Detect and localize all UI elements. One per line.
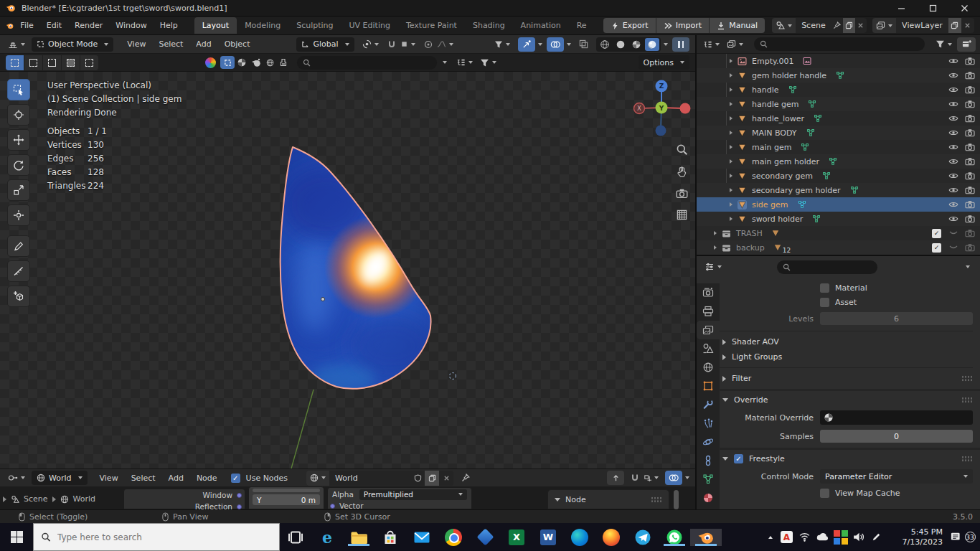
y-value-field[interactable]: Y0 m xyxy=(253,494,320,505)
shader-type-dropdown[interactable]: World xyxy=(32,471,88,485)
view-map-cache-checkbox[interactable] xyxy=(820,489,829,498)
outliner-item-sword-holder[interactable]: sword holder xyxy=(697,212,980,226)
node-texture-coordinate[interactable]: Window Reflection xyxy=(123,489,245,509)
orientation-dropdown[interactable]: Global xyxy=(296,37,354,52)
shading-wireframe-icon[interactable] xyxy=(598,38,612,51)
shader-menu-add[interactable]: Add xyxy=(162,471,190,486)
taskbar-search[interactable] xyxy=(33,523,280,551)
outliner-item-main-gem-holder[interactable]: main gem holder xyxy=(697,154,980,169)
workspace-tab-sculpting[interactable]: Sculpting xyxy=(288,17,341,34)
filter-funnel-icon[interactable] xyxy=(478,58,499,67)
shader-menu-view[interactable]: View xyxy=(93,471,125,486)
tray-pen-icon[interactable] xyxy=(867,523,885,551)
viewport-menu-select[interactable]: Select xyxy=(152,37,189,52)
tool-cursor[interactable] xyxy=(7,104,30,126)
unlink-datablock-icon[interactable] xyxy=(439,471,453,486)
pause-render-button[interactable] xyxy=(672,37,689,52)
socket-reflection[interactable] xyxy=(237,504,242,509)
outliner-collection-backup[interactable]: backup 12 ✓ xyxy=(697,240,980,255)
blender-menu-icon[interactable] xyxy=(6,20,14,32)
outliner-item-secondary-gem[interactable]: secondary gem xyxy=(697,169,980,183)
properties-tab-output[interactable] xyxy=(697,302,720,321)
overlays-toggle[interactable] xyxy=(547,37,564,52)
socket-vector[interactable] xyxy=(330,504,335,509)
expand-icon[interactable] xyxy=(730,88,732,92)
select-mode-set[interactable] xyxy=(6,55,24,70)
expand-icon[interactable] xyxy=(730,188,732,192)
camera-view-icon[interactable] xyxy=(673,184,690,202)
screen-area-icon[interactable] xyxy=(220,56,235,69)
outliner-item-handle-lower[interactable]: handle_lower xyxy=(697,111,980,126)
taskbar-app-chrome[interactable] xyxy=(438,529,469,546)
gizmo-x-positive[interactable] xyxy=(680,103,691,114)
snap-target-icon[interactable] xyxy=(398,40,418,48)
taskbar-app-mail[interactable] xyxy=(406,529,438,546)
topbar-menu-render[interactable]: Render xyxy=(68,18,109,33)
workspace-tab-texture-paint[interactable]: Texture Paint xyxy=(398,17,465,34)
shader-menu-node[interactable]: Node xyxy=(190,471,224,486)
new-view-layer-icon[interactable] xyxy=(948,18,961,33)
copy-datablock-icon[interactable] xyxy=(425,471,439,486)
world-datablock-selector[interactable]: World xyxy=(306,471,453,486)
snap-magnet-icon[interactable] xyxy=(628,474,641,482)
taskbar-app-word[interactable]: W xyxy=(532,529,564,545)
pin-icon[interactable] xyxy=(831,18,843,33)
new-collection-button[interactable] xyxy=(957,37,976,52)
use-nodes-checkbox[interactable]: ✓ xyxy=(231,474,240,483)
tray-wifi-icon[interactable] xyxy=(796,523,814,551)
viewport-menu-object[interactable]: Object xyxy=(218,37,257,52)
view-layer-selector[interactable]: ViewLayer xyxy=(872,18,974,33)
tray-office-icon[interactable] xyxy=(831,523,849,551)
properties-tab-render[interactable] xyxy=(697,283,720,302)
workspace-tab-layout[interactable]: Layout xyxy=(194,17,237,34)
notification-center[interactable]: 33 xyxy=(946,523,980,551)
tray-acrobat-icon[interactable]: A xyxy=(778,523,796,551)
expand-icon[interactable] xyxy=(730,73,732,77)
taskbar-app-edge-legacy[interactable]: e xyxy=(311,528,343,547)
override-panel[interactable]: Override xyxy=(722,395,973,405)
search-input[interactable] xyxy=(57,532,272,542)
shading-rendered-icon[interactable] xyxy=(645,38,659,51)
properties-tab-world[interactable] xyxy=(697,358,720,377)
control-mode-dropdown[interactable]: Parameter Editor xyxy=(820,469,973,484)
shader-scrollbar[interactable] xyxy=(674,490,679,509)
manual-button[interactable]: Manual xyxy=(710,18,765,33)
tray-tray-expand-icon[interactable] xyxy=(760,523,778,551)
maximize-button[interactable] xyxy=(917,0,948,16)
minimize-button[interactable] xyxy=(885,0,917,16)
freestyle-panel[interactable]: ✓Freestyle xyxy=(722,454,973,463)
clean-brush-icon[interactable] xyxy=(277,58,290,67)
alpha-mode-dropdown[interactable]: Premultiplied xyxy=(359,489,467,500)
properties-tab-constraints[interactable] xyxy=(697,451,720,470)
filter-panel[interactable]: Filter xyxy=(722,374,973,383)
topbar-menu-file[interactable]: File xyxy=(14,18,39,33)
samples-field[interactable]: 0 xyxy=(820,430,973,443)
properties-editor-type-icon[interactable] xyxy=(702,262,724,272)
tray-onedrive-icon[interactable] xyxy=(814,523,831,551)
shader-editor-canvas[interactable]: Window Reflection Y0 m Alpha Premultipli… xyxy=(0,486,695,509)
viewport-3d[interactable]: User Perspective (Local) (1) Scene Colle… xyxy=(0,72,695,468)
outliner-item-main-body[interactable]: MAIN BODY xyxy=(697,126,980,140)
taskbar-app-store[interactable] xyxy=(374,529,406,546)
tool-annotate[interactable] xyxy=(7,235,30,257)
properties-tab-particles[interactable] xyxy=(697,414,720,433)
workspace-tab-modeling[interactable]: Modeling xyxy=(237,17,288,34)
outliner-item-gem-holder-handle[interactable]: gem holder handle xyxy=(697,68,980,83)
outliner-item-empty-001[interactable]: Empty.001 xyxy=(697,54,980,68)
outliner-item-handle-gem[interactable]: handle gem xyxy=(697,97,980,111)
select-mode-extend[interactable] xyxy=(24,55,42,70)
taskbar-app-whatsapp[interactable] xyxy=(659,529,690,546)
globe-arrows-icon[interactable] xyxy=(263,58,277,67)
shader-overlays-toggle[interactable] xyxy=(665,471,682,485)
topbar-menu-window[interactable]: Window xyxy=(109,18,153,33)
pivot-point-icon[interactable] xyxy=(360,39,381,49)
shading-material-icon[interactable] xyxy=(629,38,644,51)
properties-tab-scene[interactable] xyxy=(697,339,720,358)
expand-icon[interactable] xyxy=(730,174,732,178)
exclude-checkbox[interactable]: ✓ xyxy=(932,243,941,253)
unlink-scene-icon[interactable] xyxy=(855,18,867,33)
properties-tab-object-data[interactable] xyxy=(697,470,720,489)
expand-icon[interactable] xyxy=(730,102,732,106)
outliner-item-side-gem[interactable]: side gem xyxy=(697,197,980,212)
taskbar-app-blue-box[interactable] xyxy=(469,531,501,543)
